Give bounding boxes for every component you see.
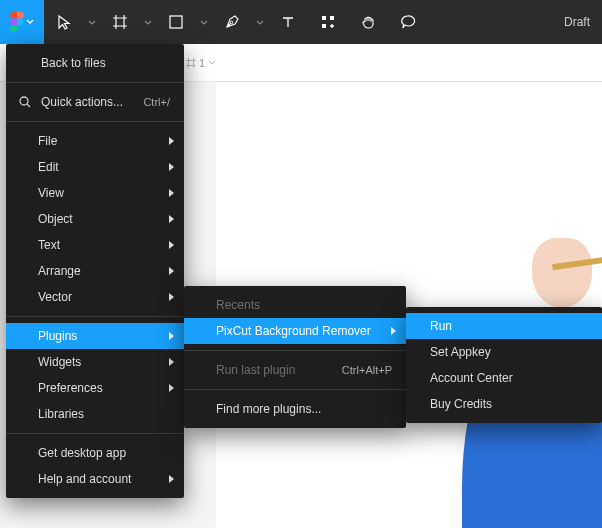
- menu-separator: [6, 316, 184, 317]
- menu-separator: [184, 350, 406, 351]
- move-tool-chevron[interactable]: [84, 0, 100, 44]
- resources-tool[interactable]: [308, 0, 348, 44]
- menu-label: Quick actions...: [41, 95, 134, 109]
- search-icon: [18, 95, 32, 109]
- menu-shortcut: Ctrl+Alt+P: [342, 364, 392, 376]
- menu-desktop-app[interactable]: Get desktop app: [6, 440, 184, 466]
- menu-view[interactable]: View: [6, 180, 184, 206]
- figma-logo-icon: [10, 12, 24, 32]
- frame-tool[interactable]: [100, 0, 140, 44]
- canvas-frame-item[interactable]: 1: [186, 57, 216, 69]
- plugin-action-buy-credits[interactable]: Buy Credits: [406, 391, 602, 417]
- plugin-action-account-center[interactable]: Account Center: [406, 365, 602, 391]
- menu-separator: [6, 121, 184, 122]
- menu-separator: [6, 82, 184, 83]
- menu-label: Back to files: [41, 56, 170, 70]
- menu-back-to-files[interactable]: Back to files: [6, 50, 184, 76]
- chevron-right-icon: [391, 327, 396, 335]
- menu-quick-actions[interactable]: Quick actions... Ctrl+/: [6, 89, 184, 115]
- chevron-right-icon: [169, 137, 174, 145]
- chevron-down-icon: [88, 20, 96, 25]
- comment-icon: [400, 14, 416, 30]
- chevron-right-icon: [169, 163, 174, 171]
- rectangle-icon: [168, 14, 184, 30]
- chevron-right-icon: [169, 189, 174, 197]
- menu-libraries[interactable]: Libraries: [6, 401, 184, 427]
- menu-separator: [6, 433, 184, 434]
- svg-rect-1: [170, 16, 182, 28]
- plugins-pixcut[interactable]: PixCut Background Remover: [184, 318, 406, 344]
- chevron-right-icon: [169, 267, 174, 275]
- chevron-down-icon: [144, 20, 152, 25]
- svg-rect-5: [322, 24, 326, 28]
- chevron-right-icon: [169, 241, 174, 249]
- chevron-right-icon: [169, 215, 174, 223]
- svg-point-2: [230, 21, 233, 24]
- main-menu: Back to files Quick actions... Ctrl+/ Fi…: [6, 44, 184, 498]
- menu-file[interactable]: File: [6, 128, 184, 154]
- comment-tool[interactable]: [388, 0, 428, 44]
- chevron-down-icon: [26, 19, 34, 25]
- plugin-actions-submenu: Run Set Appkey Account Center Buy Credit…: [406, 307, 602, 423]
- frame-icon: [186, 58, 196, 68]
- menu-preferences[interactable]: Preferences: [6, 375, 184, 401]
- plugins-run-last[interactable]: Run last pluginCtrl+Alt+P: [184, 357, 406, 383]
- shape-tool[interactable]: [156, 0, 196, 44]
- menu-arrange[interactable]: Arrange: [6, 258, 184, 284]
- text-tool[interactable]: [268, 0, 308, 44]
- menu-shortcut: Ctrl+/: [143, 96, 170, 108]
- menu-edit[interactable]: Edit: [6, 154, 184, 180]
- plugin-action-run[interactable]: Run: [406, 313, 602, 339]
- hand-icon: [360, 14, 376, 30]
- frame-icon: [112, 14, 128, 30]
- plugins-find-more[interactable]: Find more plugins...: [184, 396, 406, 422]
- svg-rect-4: [330, 16, 334, 20]
- resources-icon: [320, 14, 336, 30]
- chevron-right-icon: [169, 332, 174, 340]
- pen-icon: [224, 14, 240, 30]
- chevron-right-icon: [169, 358, 174, 366]
- plugins-recents-header: Recents: [184, 292, 406, 318]
- svg-point-6: [20, 97, 28, 105]
- shape-tool-chevron[interactable]: [196, 0, 212, 44]
- menu-object[interactable]: Object: [6, 206, 184, 232]
- menu-help-account[interactable]: Help and account: [6, 466, 184, 492]
- svg-point-0: [17, 19, 23, 25]
- chevron-down-icon: [256, 20, 264, 25]
- top-toolbar: Draft: [0, 0, 602, 44]
- pen-tool-chevron[interactable]: [252, 0, 268, 44]
- cursor-icon: [56, 14, 72, 30]
- chevron-down-icon: [208, 60, 216, 65]
- menu-text[interactable]: Text: [6, 232, 184, 258]
- canvas-frame-label: 1: [199, 57, 205, 69]
- menu-plugins[interactable]: Plugins: [6, 323, 184, 349]
- chevron-right-icon: [169, 293, 174, 301]
- menu-vector[interactable]: Vector: [6, 284, 184, 310]
- chevron-right-icon: [169, 384, 174, 392]
- menu-widgets[interactable]: Widgets: [6, 349, 184, 375]
- frame-tool-chevron[interactable]: [140, 0, 156, 44]
- plugins-submenu: Recents PixCut Background Remover Run la…: [184, 286, 406, 428]
- figma-menu-button[interactable]: [0, 0, 44, 44]
- plugin-action-set-appkey[interactable]: Set Appkey: [406, 339, 602, 365]
- pen-tool[interactable]: [212, 0, 252, 44]
- svg-rect-3: [322, 16, 326, 20]
- move-tool[interactable]: [44, 0, 84, 44]
- chevron-right-icon: [169, 475, 174, 483]
- chevron-down-icon: [200, 20, 208, 25]
- hand-tool[interactable]: [348, 0, 388, 44]
- file-status-label: Draft: [564, 15, 590, 29]
- menu-separator: [184, 389, 406, 390]
- text-icon: [280, 14, 296, 30]
